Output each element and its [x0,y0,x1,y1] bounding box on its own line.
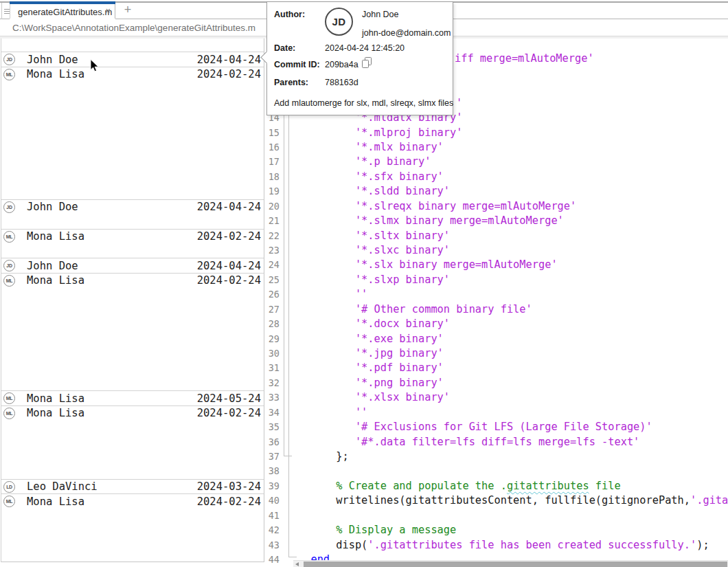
file-path: C:\WorkSpace\AnnotationExample\generateG… [12,23,255,33]
line-number[interactable]: 35 [265,420,280,434]
line-number[interactable]: 37 [265,449,280,464]
code-line[interactable]: '*.p binary' [298,155,431,169]
code-line[interactable]: '' [298,405,367,420]
code-line[interactable]: disp('.gitattributes file has been creat… [298,538,709,553]
code-segment: disp( [298,539,367,551]
code-segment: ); [696,539,709,551]
copy-commit-id-icon[interactable] [362,57,372,68]
blame-row[interactable]: MLMona Lisa2024-05-24 [1,390,264,405]
author-name: John Doe [362,10,399,19]
line-number[interactable]: 21 [265,214,280,228]
code-line[interactable]: }; [298,449,349,464]
line-number[interactable]: 17 [265,155,280,169]
blame-row[interactable]: MLMona Lisa2024-02-24 [1,229,264,244]
author-email: john-doe@domain.com [362,28,451,38]
date-label: Date: [274,43,295,53]
code-line[interactable]: '*.exe binary' [298,332,444,346]
avatar-initials: JD [332,16,345,27]
code-line[interactable]: '*.sltx binary' [298,229,450,243]
code-line[interactable]: '*.sldd binary' [298,184,450,199]
line-number[interactable]: 23 [265,243,280,258]
line-number[interactable]: 24 [265,258,280,272]
code-fold-corner-outer[interactable] [288,557,297,557]
code-segment: '*.mlx binary' [298,141,444,153]
code-line[interactable]: '*.slx binary merge=mlAutoMerge' [298,258,558,272]
new-tab-button[interactable]: + [120,3,135,17]
code-line[interactable]: % Display a message [298,523,456,537]
code-line[interactable]: '# Exclusions for Git LFS (Large File St… [298,420,652,434]
line-number[interactable]: 18 [265,170,280,184]
code-line[interactable]: '*.docx binary' [298,317,450,331]
matlab-editor-window: generateGitAttributes.m × + C:\WorkSpace… [0,0,728,567]
line-number[interactable]: 44 [265,553,280,567]
code-line[interactable]: '#*.data filter=lfs diff=lfs merge=lfs -… [298,435,639,449]
line-number[interactable]: 38 [265,464,280,478]
code-line[interactable]: '*.xlsx binary' [298,390,450,405]
line-number[interactable]: 25 [265,273,280,287]
author-avatar-small: JD [3,260,15,271]
code-line[interactable]: '# Other common binary file' [298,302,532,317]
author-avatar-small: JD [3,54,15,65]
code-segment: '*.xlsx binary' [298,391,450,403]
mouse-cursor-icon [90,59,100,76]
code-line[interactable]: % Create and populate the .gitattributes… [298,479,621,493]
drag-grip-icon[interactable] [4,8,10,14]
scroll-left-arrow-icon[interactable] [295,562,299,566]
line-number[interactable]: 39 [265,479,280,493]
blame-row[interactable]: JDJohn Doe2024-04-24 [1,52,264,67]
blame-row[interactable]: MLMona Lisa2024-02-24 [1,405,264,421]
blame-row[interactable]: JDJohn Doe2024-04-24 [1,258,264,273]
blame-row[interactable]: MLMona Lisa2024-02-24 [1,493,264,509]
line-number[interactable]: 32 [265,376,280,390]
code-line[interactable]: '*.png binary' [298,376,444,390]
code-line[interactable]: '*.slmx binary merge=mlAutoMerge' [298,214,564,228]
code-line[interactable]: '*.sfx binary' [298,170,444,184]
line-number[interactable]: 20 [265,199,280,214]
line-number[interactable]: 34 [265,405,280,420]
blame-author-name: John Doe [27,54,78,66]
code-segment: '*.mlproj binary' [298,126,462,139]
code-line[interactable]: '*.slxc binary' [298,243,450,258]
code-segment: '*.slx binary merge=mlAutoMerge' [298,258,558,271]
line-number[interactable]: 42 [265,523,280,537]
line-number[interactable]: 22 [265,229,280,243]
code-line[interactable]: '' [298,287,367,302]
line-number[interactable]: 27 [265,302,280,317]
blame-commit-date: 2024-03-24 [197,480,261,493]
line-number[interactable]: 19 [265,184,280,199]
line-number[interactable]: 40 [265,493,280,508]
line-number[interactable]: 43 [265,538,280,553]
blame-commit-date: 2024-02-24 [197,407,261,419]
author-label: Author: [274,10,305,19]
line-number[interactable]: 26 [265,287,280,302]
code-line[interactable]: '*.mlx binary' [298,140,444,155]
code-line[interactable]: writelines(gitattributesContent, fullfil… [298,493,728,508]
line-number[interactable]: 36 [265,435,280,449]
line-number[interactable]: 16 [265,140,280,155]
line-number[interactable]: 33 [265,390,280,405]
tab-generateGitAttributes[interactable]: generateGitAttributes.m × [10,1,115,19]
line-number[interactable]: 29 [265,332,280,346]
line-number[interactable]: 28 [265,317,280,331]
code-line[interactable]: '*.slreqx binary merge=mlAutoMerge' [298,199,576,214]
code-line[interactable]: '*.mlproj binary' [298,126,462,140]
line-number[interactable]: 31 [265,361,280,375]
code-line[interactable]: '*.pdf binary' [298,361,444,375]
blame-row[interactable]: MLMona Lisa2024-02-24 [1,273,264,288]
line-number[interactable]: 15 [265,126,280,140]
blame-row[interactable]: JDJohn Doe2024-04-24 [1,199,264,214]
tab-close-icon[interactable]: × [105,6,111,16]
blame-commit-date: 2024-04-24 [197,54,261,66]
line-number[interactable]: 30 [265,346,280,361]
horizontal-scrollbar[interactable] [293,560,728,567]
blame-row[interactable]: MLMona Lisa2024-02-24 [1,67,264,82]
code-segment: % Create and populate the . [298,480,507,492]
code-fragment: iff merge=mlAutoMerge' [455,52,594,66]
scrollbar-thumb[interactable] [304,562,727,567]
code-line[interactable]: '*.jpg binary' [298,346,444,361]
code-segment: '*.p binary' [298,155,431,168]
blame-row[interactable]: LDLeo DaVinci2024-03-24 [1,479,264,494]
line-number[interactable]: 41 [265,509,280,523]
code-fold-line-outer[interactable] [288,38,289,557]
code-line[interactable]: '*.slxp binary' [298,273,450,287]
